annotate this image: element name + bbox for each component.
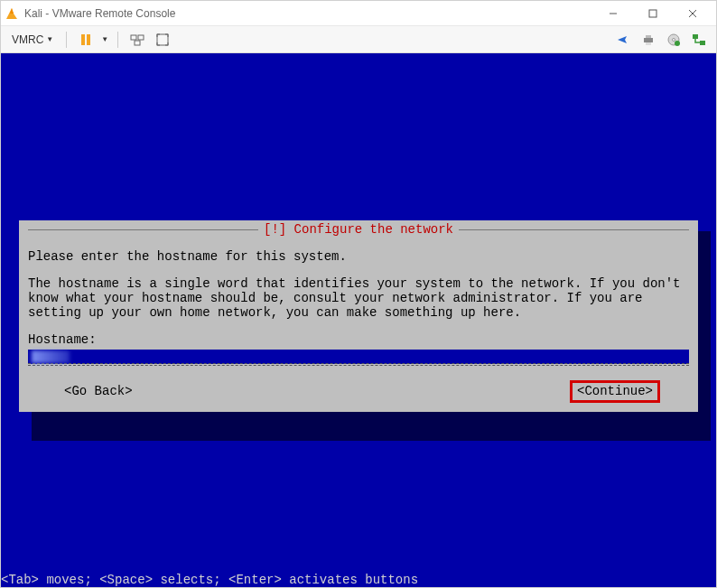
svg-point-15 — [675, 41, 680, 46]
dialog-title: [!] Configure the network — [264, 222, 453, 237]
cd-icon[interactable] — [664, 30, 684, 50]
svg-rect-7 — [138, 35, 144, 40]
toolbar-separator — [66, 32, 67, 48]
dialog-prompt: Please enter the hostname for this syste… — [28, 249, 689, 264]
svg-rect-10 — [644, 38, 653, 42]
close-button[interactable] — [673, 2, 712, 25]
svg-rect-8 — [135, 41, 140, 45]
hostname-value-obscured — [32, 350, 70, 363]
minimize-button[interactable] — [593, 2, 633, 25]
fullscreen-icon[interactable] — [153, 30, 172, 50]
send-ctrl-alt-del-icon[interactable] — [127, 30, 147, 50]
svg-point-14 — [673, 38, 675, 41]
network-icon[interactable] — [689, 30, 709, 50]
svg-rect-11 — [646, 35, 651, 38]
svg-rect-9 — [157, 34, 168, 45]
pause-dropdown-icon[interactable]: ▼ — [101, 35, 108, 43]
svg-rect-4 — [81, 34, 85, 45]
go-back-button[interactable]: <Go Back> — [61, 384, 136, 398]
vmrc-menu[interactable]: VMRC ▼ — [8, 32, 57, 48]
console-view[interactable]: [!] Configure the network Please enter t… — [1, 53, 716, 587]
dialog-title-bar: [!] Configure the network — [28, 222, 689, 237]
footer-hint: <Tab> moves; <Space> selects; <Enter> ac… — [1, 573, 418, 587]
vmrc-menu-label: VMRC — [12, 33, 43, 46]
app-window: Kali - VMware Remote Console VMRC ▼ ▼ — [0, 0, 717, 588]
toolbar: VMRC ▼ ▼ — [1, 26, 716, 53]
hostname-label: Hostname: — [28, 332, 689, 347]
window-title: Kali - VMware Remote Console — [24, 7, 593, 20]
window-controls — [593, 2, 712, 25]
configure-network-dialog: [!] Configure the network Please enter t… — [19, 220, 698, 412]
dialog-description: The hostname is a single word that ident… — [28, 276, 689, 320]
svg-rect-6 — [131, 35, 136, 40]
pause-button[interactable] — [76, 30, 96, 50]
app-icon — [5, 6, 19, 21]
printer-icon[interactable] — [638, 30, 658, 50]
chevron-down-icon: ▼ — [46, 35, 53, 43]
dialog-button-row: <Go Back> <Continue> — [28, 384, 689, 398]
input-underline — [28, 365, 689, 366]
svg-rect-16 — [693, 34, 698, 39]
svg-rect-5 — [87, 34, 90, 45]
dialog-body: Please enter the hostname for this syste… — [28, 249, 689, 399]
toolbar-separator — [117, 32, 118, 48]
titlebar: Kali - VMware Remote Console — [1, 1, 716, 26]
maximize-button[interactable] — [633, 2, 673, 25]
svg-rect-12 — [646, 42, 651, 45]
connect-usb-icon[interactable] — [613, 30, 633, 50]
svg-rect-17 — [700, 41, 705, 45]
continue-button[interactable]: <Continue> — [573, 384, 656, 398]
svg-rect-1 — [649, 10, 656, 17]
hostname-input[interactable] — [28, 350, 689, 364]
